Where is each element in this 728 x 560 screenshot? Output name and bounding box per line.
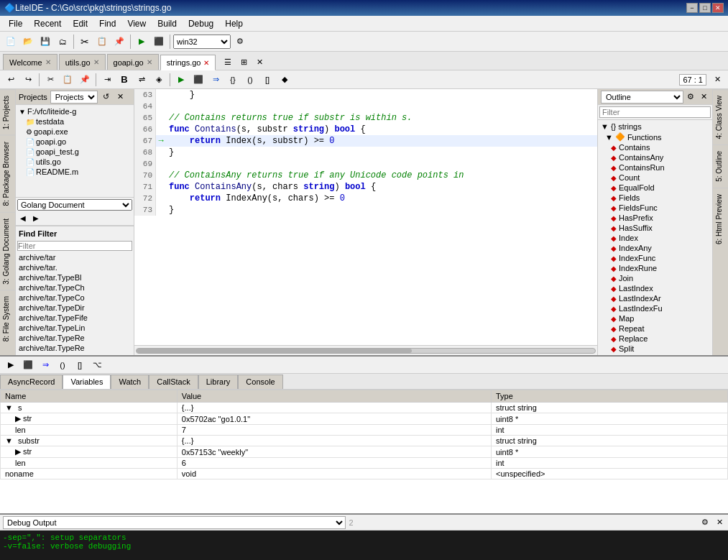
step-out-button[interactable]: []	[259, 72, 275, 88]
find-item-0[interactable]: archive/tar	[17, 252, 132, 262]
outline-count[interactable]: ◆ Count	[599, 173, 711, 183]
outline-index[interactable]: ◆ Index	[599, 233, 711, 243]
right-tab-htmlpreview[interactable]: 6: Html Preview	[713, 188, 728, 250]
outline-dropdown[interactable]: Outline	[601, 91, 683, 104]
save-all-button[interactable]: 🗂	[55, 34, 70, 50]
tab-utils[interactable]: utils.go ✕	[59, 54, 106, 70]
menu-debug[interactable]: Debug	[183, 17, 219, 30]
platform-select[interactable]: win32	[173, 35, 231, 49]
expand-substr[interactable]: ▼	[5, 436, 13, 445]
menu-view[interactable]: View	[121, 17, 152, 30]
menu-file[interactable]: File	[3, 17, 28, 30]
outline-fieldsfunc[interactable]: ◆ FieldsFunc	[599, 203, 711, 213]
left-tab-package-browser[interactable]: 8: Package Browser	[0, 135, 15, 212]
go-back-btn[interactable]: ◀	[17, 212, 29, 224]
save-button[interactable]: 💾	[37, 34, 53, 50]
tree-goapi-go[interactable]: 📄 goapi.go	[17, 137, 132, 147]
outline-containsany[interactable]: ◆ ContainsAny	[599, 152, 711, 162]
minimize-button[interactable]: −	[686, 3, 698, 13]
find-filter-input[interactable]	[17, 241, 132, 251]
menu-recent[interactable]: Recent	[28, 17, 67, 30]
tree-goapi-exe[interactable]: ⚙ goapi.exe	[17, 127, 132, 137]
tree-utils[interactable]: 📄 utils.go	[17, 157, 132, 167]
outline-fields[interactable]: ◆ Fields	[599, 193, 711, 203]
left-tab-filesystem[interactable]: 8: File System	[0, 290, 15, 347]
tree-goapi-test[interactable]: 📄 goapi_test.g	[17, 147, 132, 157]
db-out-btn[interactable]: ⌥	[89, 357, 105, 373]
find-item-10[interactable]: archive/tar.TypeSy	[17, 353, 132, 355]
outline-functions-folder[interactable]: ▼ 🔶 Functions	[599, 132, 711, 142]
close-button[interactable]: ✕	[712, 3, 724, 13]
debug-step-button[interactable]: ⇒	[208, 72, 224, 88]
tab-callstack[interactable]: CallStack	[149, 375, 198, 389]
outline-hassuffix[interactable]: ◆ HasSuffix	[599, 223, 711, 233]
run-button[interactable]: ▶	[134, 34, 149, 50]
outline-lastindex[interactable]: ◆ LastIndex	[599, 283, 711, 293]
tab-split-button[interactable]: ⊞	[236, 54, 252, 70]
find-item-1[interactable]: archive/tar.	[17, 262, 132, 272]
go-fwd-btn[interactable]: ▶	[30, 212, 42, 224]
tab-strings[interactable]: strings.go ✕	[160, 55, 216, 70]
projects-refresh[interactable]: ↺	[101, 91, 112, 103]
debug-close-btn[interactable]: ✕	[714, 517, 725, 528]
find-item-3[interactable]: archive/tar.TypeCh	[17, 283, 132, 293]
menu-build[interactable]: Build	[152, 17, 183, 30]
find-item-8[interactable]: archive/tar.TypeRe	[17, 333, 132, 343]
golang-doc-dropdown[interactable]: Golang Document	[17, 199, 132, 211]
outline-settings[interactable]: ⚙	[685, 91, 696, 103]
cut2-button[interactable]: ✂	[42, 72, 58, 88]
close-editor-button[interactable]: ✕	[709, 72, 725, 88]
db-step-btn[interactable]: ⇒	[37, 357, 53, 373]
tab-welcome[interactable]: Welcome ✕	[3, 54, 57, 70]
db-into-btn[interactable]: ()	[55, 357, 70, 373]
redo-button[interactable]: ↪	[20, 72, 36, 88]
open-button[interactable]: 📂	[20, 34, 36, 50]
db-over-btn[interactable]: []	[72, 357, 88, 373]
expand-str[interactable]: ▶	[15, 414, 21, 423]
step-over-button[interactable]: ()	[242, 72, 258, 88]
debug-output-dropdown[interactable]: Debug Output	[3, 516, 346, 529]
outline-indexany[interactable]: ◆ IndexAny	[599, 243, 711, 253]
stop-debug-button[interactable]: ⬛	[190, 72, 206, 88]
tab-menu-button[interactable]: ☰	[220, 54, 236, 70]
outline-filter-input[interactable]	[599, 106, 711, 118]
outline-strings[interactable]: ▼ {} strings	[599, 121, 711, 132]
left-tab-golang-doc[interactable]: 3: Golang Document	[0, 212, 15, 290]
right-tab-classview[interactable]: 4: Class View	[713, 89, 728, 144]
tab-console[interactable]: Console	[238, 375, 282, 389]
code-editor[interactable]: 63 } 64 65 // Contains returns true if s…	[134, 89, 597, 345]
find-item-4[interactable]: archive/tar.TypeCo	[17, 293, 132, 303]
outline-join[interactable]: ◆ Join	[599, 273, 711, 283]
new-button[interactable]: 📄	[3, 34, 19, 50]
find-item-9[interactable]: archive/tar.TypeRe	[17, 343, 132, 353]
tab-asyncrecord[interactable]: AsyncRecord	[0, 375, 63, 389]
outline-replace[interactable]: ◆ Replace	[599, 334, 711, 344]
outline-close[interactable]: ✕	[698, 91, 709, 103]
format-button[interactable]: ⇌	[134, 72, 149, 88]
outline-indexfunc[interactable]: ◆ IndexFunc	[599, 253, 711, 263]
paste2-button[interactable]: 📌	[77, 72, 93, 88]
find-item-6[interactable]: archive/tar.TypeFife	[17, 313, 132, 323]
menu-edit[interactable]: Edit	[67, 17, 93, 30]
left-tab-projects[interactable]: 1: Projects	[0, 89, 15, 135]
horizontal-scrollbar[interactable]	[134, 345, 597, 355]
find-item-7[interactable]: archive/tar.TypeLin	[17, 323, 132, 333]
right-tab-outline[interactable]: 5: Outline	[713, 144, 728, 188]
outline-hasprefix[interactable]: ◆ HasPrefix	[599, 213, 711, 223]
undo-button[interactable]: ↩	[3, 72, 19, 88]
indent-button[interactable]: ⇥	[99, 72, 115, 88]
tab-goapi[interactable]: goapi.go ✕	[107, 54, 159, 70]
find-item-5[interactable]: archive/tar.TypeDir	[17, 303, 132, 313]
tab-variables[interactable]: Variables	[63, 375, 111, 389]
db-stop-btn[interactable]: ⬛	[20, 357, 36, 373]
copy-button[interactable]: 📋	[94, 34, 110, 50]
outline-lastindexar[interactable]: ◆ LastIndexAr	[599, 293, 711, 303]
tab-strings-close[interactable]: ✕	[203, 59, 209, 67]
outline-splitafter[interactable]: ◆ SplitAfter	[599, 354, 711, 355]
outline-lastindexfu[interactable]: ◆ LastIndexFu	[599, 303, 711, 313]
h-scroll-thumb[interactable]	[137, 349, 412, 353]
outline-repeat[interactable]: ◆ Repeat	[599, 323, 711, 334]
tab-utils-close[interactable]: ✕	[93, 58, 99, 66]
outline-contains[interactable]: ◆ Contains	[599, 142, 711, 152]
projects-dropdown[interactable]: Projects	[50, 91, 98, 104]
